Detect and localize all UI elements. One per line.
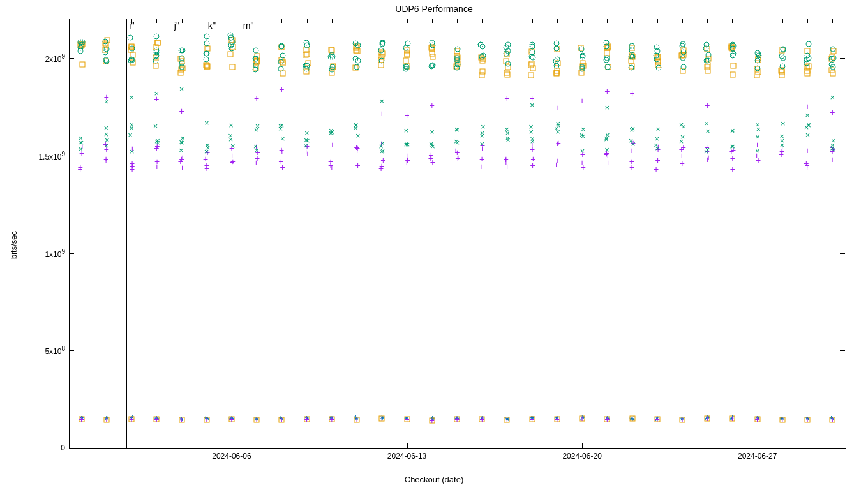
x-minor-tick — [632, 19, 633, 23]
x-minor-tick — [532, 19, 533, 23]
x-minor-tick — [182, 19, 183, 23]
annotation-line — [172, 19, 172, 448]
annotation-line — [241, 19, 241, 448]
x-tick — [582, 443, 583, 448]
x-minor-tick — [507, 19, 507, 23]
x-minor-tick — [832, 19, 833, 23]
y-tick-label: 1.5x109 — [8, 150, 65, 161]
y-tick-right — [840, 448, 845, 449]
annotation-line — [206, 19, 206, 448]
y-axis-label: bits/sec — [9, 0, 19, 490]
y-tick — [69, 448, 74, 449]
y-tick-right — [840, 156, 845, 156]
x-minor-tick — [557, 19, 558, 23]
y-tick — [69, 253, 74, 254]
x-minor-tick — [207, 19, 207, 23]
x-minor-tick — [382, 19, 382, 23]
x-tick-label: 2024-06-27 — [738, 452, 777, 461]
x-tick — [232, 443, 232, 448]
y-tick — [69, 350, 74, 351]
x-minor-tick — [457, 19, 458, 23]
y-tick-right — [840, 350, 845, 351]
x-minor-tick — [107, 19, 107, 23]
plot-area — [69, 19, 846, 449]
x-minor-tick — [281, 19, 282, 23]
y-tick-label: 2x109 — [8, 53, 65, 64]
y-tick-label: 0 — [8, 443, 65, 452]
x-minor-tick — [407, 19, 408, 23]
x-axis-label: Checkout (date) — [0, 475, 868, 484]
annotation-label: i'' — [129, 20, 134, 31]
x-tick — [758, 443, 758, 448]
x-tick-label: 2024-06-20 — [562, 452, 601, 461]
annotation-label: k'' — [208, 20, 216, 31]
annotation-label: m'' — [243, 20, 254, 31]
chart-title: UDP6 Performance — [0, 4, 868, 14]
x-minor-tick — [582, 19, 583, 23]
udp6-performance-chart: UDP6 Performance Checkout (date) bits/se… — [0, 0, 868, 490]
x-minor-tick — [657, 19, 658, 23]
x-minor-tick — [707, 19, 708, 23]
y-tick-right — [840, 253, 845, 254]
x-tick — [407, 443, 408, 448]
x-minor-tick — [357, 19, 357, 23]
annotation-label: j'' — [174, 20, 179, 31]
x-minor-tick — [482, 19, 483, 23]
x-minor-tick — [782, 19, 783, 23]
x-minor-tick — [607, 19, 608, 23]
x-minor-tick — [82, 19, 82, 23]
x-minor-tick — [758, 19, 758, 23]
x-minor-tick — [682, 19, 683, 23]
x-minor-tick — [307, 19, 308, 23]
x-minor-tick — [807, 19, 808, 23]
annotation-line — [126, 19, 127, 448]
x-minor-tick — [732, 19, 733, 23]
x-minor-tick — [232, 19, 232, 23]
y-tick-label: 5x108 — [8, 345, 65, 356]
y-tick-label: 1x109 — [8, 248, 65, 258]
y-tick — [69, 156, 74, 156]
y-tick — [69, 58, 74, 59]
x-minor-tick — [257, 19, 257, 23]
x-minor-tick — [332, 19, 333, 23]
y-tick-right — [840, 58, 845, 59]
x-tick-label: 2024-06-06 — [212, 452, 251, 461]
x-tick-label: 2024-06-13 — [387, 452, 426, 461]
x-minor-tick — [156, 19, 157, 23]
x-minor-tick — [432, 19, 433, 23]
